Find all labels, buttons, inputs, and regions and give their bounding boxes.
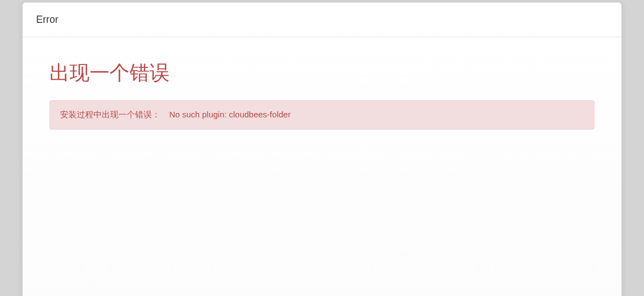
error-alert-prefix: 安装过程中出现一个错误：	[60, 110, 160, 119]
dialog-title: Error	[36, 14, 608, 26]
error-alert: 安装过程中出现一个错误： No such plugin: cloudbees-f…	[49, 100, 595, 130]
error-heading: 出现一个错误	[49, 60, 595, 87]
error-alert-message: No such plugin: cloudbees-folder	[169, 110, 290, 119]
dialog-header: Error	[23, 3, 621, 37]
dialog-body: 出现一个错误 安装过程中出现一个错误： No such plugin: clou…	[23, 37, 621, 152]
error-dialog: Error 出现一个错误 安装过程中出现一个错误： No such plugin…	[22, 2, 622, 296]
